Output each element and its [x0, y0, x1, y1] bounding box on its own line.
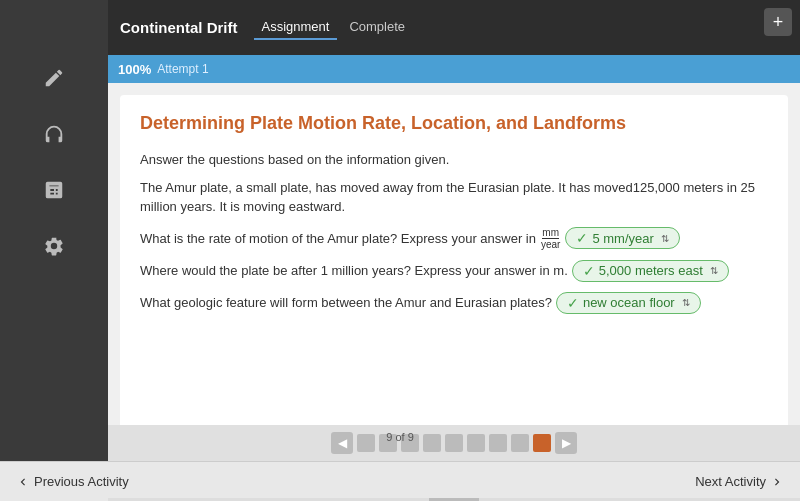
card-title: Determining Plate Motion Rate, Location,… — [140, 113, 768, 134]
previous-activity-button[interactable]: Previous Activity — [16, 474, 129, 489]
page-dot-1[interactable] — [357, 434, 375, 452]
pagination-prev-arrow[interactable]: ◀ — [331, 432, 353, 454]
add-button[interactable]: + — [764, 8, 792, 36]
progress-bar: 100% Attempt 1 — [108, 55, 800, 83]
tab-assignment[interactable]: Assignment — [254, 15, 338, 40]
progress-percent: 100% — [118, 62, 151, 77]
q2-checkmark-icon: ✓ — [583, 263, 595, 279]
q3-arrows-icon: ⇅ — [682, 297, 690, 308]
q1-arrows-icon: ⇅ — [661, 233, 669, 244]
question-1: What is the rate of motion of the Amur p… — [140, 227, 768, 250]
topbar: Continental Drift Assignment Complete + — [108, 0, 800, 55]
q1-checkmark-icon: ✓ — [576, 230, 588, 246]
q3-answer-badge[interactable]: ✓ new ocean floor ⇅ — [556, 292, 701, 314]
prev-arrow-icon — [16, 475, 30, 489]
q3-checkmark-icon: ✓ — [567, 295, 579, 311]
q2-text: Where would the plate be after 1 million… — [140, 263, 568, 278]
page-count-label: 9 of 9 — [386, 431, 414, 443]
q3-text: What geologic feature will form between … — [140, 295, 552, 310]
topbar-tabs: Assignment Complete — [254, 15, 414, 40]
q2-answer-text: 5,000 meters east — [599, 263, 703, 278]
main-content: Determining Plate Motion Rate, Location,… — [108, 83, 800, 461]
intro-text-2: The Amur plate, a small plate, has moved… — [140, 178, 768, 217]
q1-answer-badge[interactable]: ✓ 5 mm/year ⇅ — [565, 227, 679, 249]
page-dot-8[interactable] — [511, 434, 529, 452]
intro-text-1: Answer the questions based on the inform… — [140, 150, 768, 170]
q1-answer-text: 5 mm/year — [592, 231, 653, 246]
calculator-icon[interactable] — [36, 172, 72, 208]
next-arrow-icon — [770, 475, 784, 489]
tab-complete[interactable]: Complete — [341, 15, 413, 40]
topbar-title: Continental Drift — [120, 19, 238, 36]
content-card: Determining Plate Motion Rate, Location,… — [120, 95, 788, 449]
page-dot-4[interactable] — [423, 434, 441, 452]
bottom-nav: Previous Activity Next Activity — [0, 461, 800, 501]
page-dot-9[interactable] — [533, 434, 551, 452]
question-2: Where would the plate be after 1 million… — [140, 260, 768, 282]
pagination-next-arrow[interactable]: ▶ — [555, 432, 577, 454]
q2-arrows-icon: ⇅ — [710, 265, 718, 276]
progress-attempt: Attempt 1 — [157, 62, 208, 76]
next-activity-button[interactable]: Next Activity — [695, 474, 784, 489]
pagination-bar: ◀ ▶ — [108, 425, 800, 461]
pencil-icon[interactable] — [36, 60, 72, 96]
sidebar — [0, 0, 108, 501]
page-dot-6[interactable] — [467, 434, 485, 452]
page-dot-5[interactable] — [445, 434, 463, 452]
q3-answer-text: new ocean floor — [583, 295, 675, 310]
headphones-icon[interactable] — [36, 116, 72, 152]
q1-text: What is the rate of motion of the Amur p… — [140, 231, 536, 246]
q2-answer-badge[interactable]: ✓ 5,000 meters east ⇅ — [572, 260, 729, 282]
q1-fraction: mm year — [541, 227, 560, 250]
page-dot-7[interactable] — [489, 434, 507, 452]
settings-icon[interactable] — [36, 228, 72, 264]
question-3: What geologic feature will form between … — [140, 292, 768, 314]
